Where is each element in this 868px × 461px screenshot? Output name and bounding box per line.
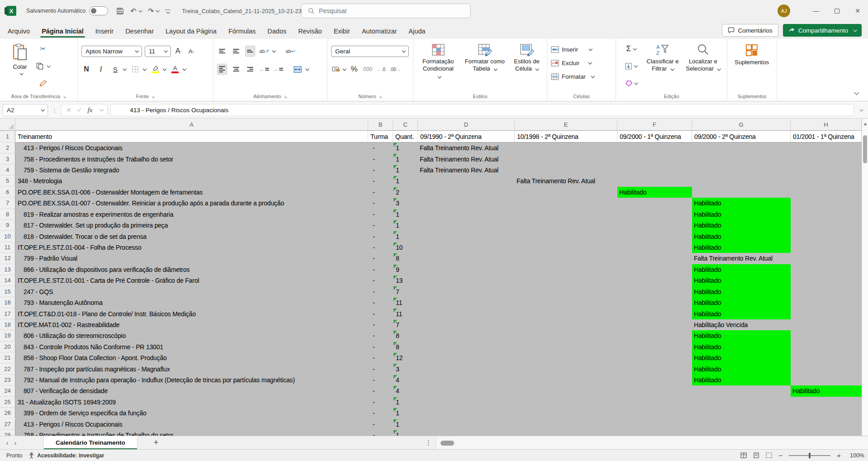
cell-A17[interactable]: IT.OPE.CT&D.01-018 - Plano de Controle/ … — [15, 308, 368, 319]
ribbon-tab-automatizar[interactable]: Automatizar — [356, 24, 403, 39]
cell-A20[interactable]: 843 - Controle Produtos Não Conforme - P… — [15, 342, 368, 352]
underline-chevron-icon[interactable] — [123, 67, 126, 71]
row-header-16[interactable]: 16 — [0, 297, 15, 308]
cell-B7[interactable]: - — [368, 198, 393, 209]
autosum-chevron-icon[interactable] — [633, 47, 636, 50]
delete-chevron-icon[interactable] — [588, 61, 592, 64]
row-header-24[interactable]: 24 — [0, 385, 15, 396]
cell-A25[interactable]: 31 - Atualização ISOTS 16949:2009 — [15, 397, 368, 408]
decrease-font-icon[interactable]: Av — [186, 46, 196, 57]
cell-A23[interactable]: 792 - Manual de Instrução para operação … — [15, 375, 368, 385]
header-cell-H1[interactable]: 01/2001 - 1ª Quinzena — [791, 131, 862, 143]
cell-A19[interactable]: 806 - Utilização do stereomicroscópio — [15, 330, 368, 341]
ribbon-tab-layout-da-p-gina[interactable]: Layout da Página — [160, 24, 223, 39]
merge-center-chevron-icon[interactable] — [305, 67, 309, 71]
merge-center-icon[interactable] — [293, 64, 303, 75]
column-header-D[interactable]: D — [418, 119, 515, 131]
align-middle-icon[interactable] — [231, 46, 241, 57]
status-cell-G17[interactable]: Habilitado — [692, 308, 791, 319]
formula-input[interactable]: 413 - Perigos / Riscos Ocupacionais — [110, 104, 854, 116]
align-right-icon[interactable] — [245, 64, 255, 75]
row-header-19[interactable]: 19 — [0, 330, 15, 341]
font-size-select[interactable]: 11 — [145, 46, 171, 57]
insert-function-icon[interactable]: fx — [87, 106, 92, 114]
status-cell-G21[interactable]: Habilitado — [692, 352, 791, 363]
cell-B17[interactable]: - — [368, 308, 393, 319]
status-cell-G20[interactable]: Habilitado — [692, 342, 791, 352]
autosave-toggle[interactable] — [89, 6, 108, 15]
cell-A15[interactable]: 247 - GQS — [15, 286, 368, 297]
cell-B26[interactable]: - — [368, 408, 393, 418]
row-header-26[interactable]: 26 — [0, 408, 15, 418]
cell-A11[interactable]: IT.OPE.PLE.STZ.01-004 - Folha de Process… — [15, 242, 368, 253]
ribbon-tab-inserir[interactable]: Inserir — [90, 24, 119, 39]
cell-A6[interactable]: PO.OPE.BEX.SSA.01-006 - Osterwalder Mont… — [15, 187, 368, 198]
cell-B22[interactable]: - — [368, 363, 393, 374]
align-top-icon[interactable] — [217, 46, 227, 57]
add-sheet-icon[interactable]: + — [154, 438, 159, 447]
status-cell-G23[interactable]: Habilitado — [692, 375, 791, 385]
cell-B5[interactable]: - — [368, 176, 393, 186]
cell-B27[interactable]: - — [368, 419, 393, 430]
zoom-level[interactable]: 100% — [847, 452, 864, 459]
search-input[interactable]: Pesquisar — [301, 4, 470, 18]
addins-button[interactable]: Suplementos — [731, 42, 773, 68]
header-cell-G1[interactable]: 09/2000 - 2ª Quinzena — [692, 131, 791, 143]
row-header-25[interactable]: 25 — [0, 397, 15, 408]
confirm-formula-icon[interactable]: ✓ — [77, 106, 82, 114]
cell-B12[interactable]: - — [368, 253, 393, 264]
header-cell-B1[interactable]: Turma — [368, 131, 393, 143]
cell-A12[interactable]: 799 - Padrão Visual — [15, 253, 368, 264]
page-break-view-icon[interactable] — [766, 452, 772, 458]
cell-A5[interactable]: 348 - Metrologia — [15, 176, 368, 186]
cell-B4[interactable]: - — [368, 165, 393, 176]
accessibility-status[interactable]: Acessibilidade: investigar — [28, 452, 104, 459]
qat-overflow-button[interactable]: — — [165, 8, 170, 14]
cell-A9[interactable]: 817 - Osterwalder. Set up produção da pr… — [15, 220, 368, 231]
cell-B20[interactable]: - — [368, 342, 393, 352]
row-header-10[interactable]: 10 — [0, 231, 15, 242]
cell-B6[interactable]: - — [368, 187, 393, 198]
borders-chevron-icon[interactable] — [142, 67, 146, 71]
underline-button[interactable]: S — [110, 64, 120, 75]
alignment-dialog-launcher-icon[interactable]: ↘ — [284, 95, 287, 99]
number-format-select[interactable]: Geral — [331, 46, 409, 57]
header-cell-D1[interactable]: 09/1990 - 2ª Quinzena — [418, 131, 515, 143]
paste-button[interactable]: Colar — [4, 42, 36, 89]
column-header-G[interactable]: G — [692, 119, 791, 131]
row-header-2[interactable]: 2 — [0, 143, 15, 153]
expand-formula-bar-icon[interactable] — [859, 108, 863, 111]
row-header-9[interactable]: 9 — [0, 220, 15, 231]
cell-B11[interactable]: - — [368, 242, 393, 253]
orientation-chevron-icon[interactable] — [272, 49, 275, 52]
status-cell-F6[interactable]: Habilitado — [617, 187, 692, 198]
status-cell-G15[interactable]: Habilitado — [692, 286, 791, 297]
ribbon-tab-ajuda[interactable]: Ajuda — [403, 24, 431, 39]
cell-A7[interactable]: PO.OPE.BEX.SSA.01-007 - Osterwalder. Rei… — [15, 198, 368, 209]
status-cell-G13[interactable]: Habilitado — [692, 264, 791, 275]
redo-button[interactable]: ↷ — [148, 7, 159, 15]
column-header-C[interactable]: C — [393, 119, 418, 131]
cell-B8[interactable]: - — [368, 209, 393, 220]
next-sheet-icon[interactable]: › — [8, 439, 23, 447]
row-header-23[interactable]: 23 — [0, 375, 15, 385]
status-cell-G14[interactable]: Habilitado — [692, 275, 791, 286]
select-all-corner[interactable] — [0, 119, 15, 131]
increase-decimal-icon[interactable]: ←.0 — [376, 64, 386, 75]
status-cell-G9[interactable]: Habilitado — [692, 220, 791, 231]
font-color-icon[interactable]: A — [170, 64, 180, 75]
row-header-1[interactable]: 1 — [0, 131, 15, 143]
cell-A2[interactable]: 413 - Perigos / Riscos Ocupacionais — [15, 143, 368, 153]
accounting-chevron-icon[interactable] — [342, 67, 346, 71]
page-layout-view-icon[interactable] — [753, 452, 759, 458]
cell-B23[interactable]: - — [368, 375, 393, 385]
status-cell-G8[interactable]: Habilitado — [692, 209, 791, 220]
ribbon-tab-desenhar[interactable]: Desenhar — [119, 24, 160, 39]
zoom-out-icon[interactable]: − — [778, 451, 783, 459]
close-button[interactable]: ✕ — [847, 0, 868, 22]
cell-B24[interactable]: - — [368, 385, 393, 396]
cell-B13[interactable]: - — [368, 264, 393, 275]
horizontal-scrollbar[interactable] — [436, 437, 868, 449]
accounting-format-icon[interactable] — [331, 64, 341, 75]
ribbon-tab-revis-o[interactable]: Revisão — [292, 24, 327, 39]
